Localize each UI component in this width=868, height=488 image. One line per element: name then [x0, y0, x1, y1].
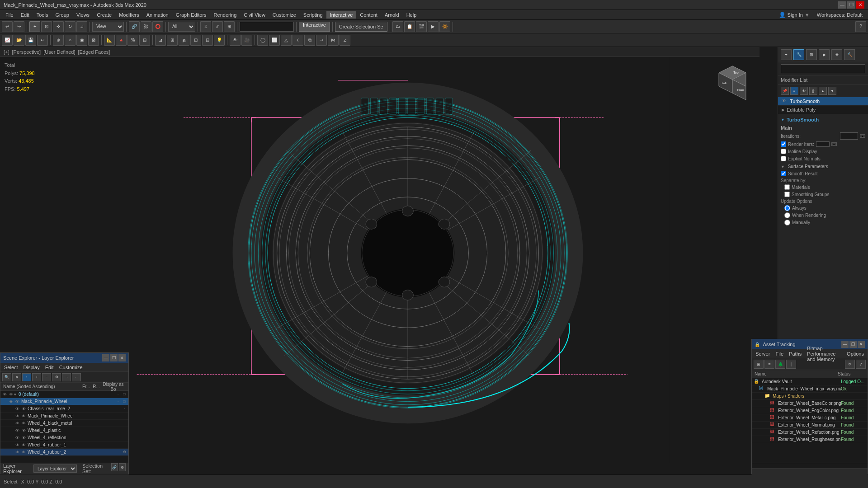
ts-surface-params-section[interactable]: Surface Parameters [781, 164, 865, 169]
mod-icon-move-up[interactable]: ▲ [819, 87, 827, 95]
at-menu-file[interactable]: File [774, 351, 785, 357]
ts-smooth-result-check[interactable] [781, 171, 786, 176]
menu-graph-editors[interactable]: Graph Editors [172, 11, 210, 19]
at-refresh-btn[interactable]: ↻ [845, 360, 855, 369]
se-menu-select[interactable]: Select [2, 364, 20, 371]
menu-scripting[interactable]: Scripting [300, 11, 326, 19]
ref-coord-dropdown[interactable]: View World Local [92, 22, 124, 32]
se-row-rubber2[interactable]: 👁 👁 Wheel_4_rubber_2 ⚙ [0, 449, 128, 456]
se-eye2-mack-child[interactable]: 👁 [20, 413, 27, 419]
ts-iterations-up[interactable]: ▲ [860, 134, 865, 138]
shape-button2[interactable]: ⬜ [269, 35, 280, 46]
save-file-button[interactable]: 💾 [25, 35, 36, 46]
at-row-refaction[interactable]: 🖼 Exterior_Wheel_Refaction.png Found [752, 429, 868, 436]
menu-edit[interactable]: Edit [17, 11, 33, 19]
ts-when-rendering-radio[interactable] [784, 212, 790, 218]
select-object-button[interactable]: ✦ [29, 21, 40, 32]
at-row-maps-folder[interactable]: 📁 Maps / Shaders [752, 393, 868, 400]
menu-help[interactable]: Help [403, 11, 420, 19]
at-row-roughness[interactable]: 🖼 Exterior_Wheel_Roughness.png Found [752, 436, 868, 443]
at-row-vault[interactable]: 🔒 Autodesk Vault Logged O... [752, 378, 868, 385]
menu-content[interactable]: Content [356, 11, 381, 19]
se-eye2-bm[interactable]: 👁 [20, 420, 27, 427]
iso-user-button[interactable]: 👁 [230, 35, 241, 46]
se-restore-button[interactable]: ❐ [110, 354, 118, 361]
se-eye-mack-child[interactable]: 👁 [14, 413, 20, 419]
se-row-chassis[interactable]: 👁 👁 Chassis_rear_axle_2 · [0, 405, 128, 413]
named-selection-input[interactable] [240, 22, 294, 32]
modifier-editable-poly[interactable]: ▶ Editable Poly [778, 106, 868, 114]
ts-explicit-normals-check[interactable] [781, 156, 786, 161]
shape-button7[interactable]: ⋈ [328, 35, 339, 46]
at-scrollbar[interactable] [752, 463, 868, 468]
align-button[interactable]: ⫽ [212, 21, 223, 32]
se-settings-btn[interactable]: ⚙ [119, 463, 126, 471]
ts-manually-radio[interactable] [784, 220, 790, 225]
ts-always-radio[interactable] [784, 205, 790, 211]
se-row-blackmetal[interactable]: 👁 👁 Wheel_4_black_metal [0, 420, 128, 427]
ts-render-iters-check[interactable] [781, 141, 786, 147]
bind-button[interactable]: ⭕ [152, 21, 163, 32]
menu-animation[interactable]: Animation [143, 11, 172, 19]
align2-button[interactable]: ⫺ [179, 35, 189, 46]
menu-group[interactable]: Group [52, 11, 73, 19]
vp-edgedfaces[interactable]: [Edged Faces] [78, 49, 110, 55]
se-row-rubber1[interactable]: 👁 👁 Wheel_4_rubber_1 [0, 441, 128, 449]
se-right-btn[interactable]: → [62, 373, 71, 381]
border-button[interactable]: ⊠ [88, 35, 99, 46]
normal-align-button[interactable]: ⊟ [202, 35, 213, 46]
se-menu-display[interactable]: Display [22, 364, 42, 371]
ts-render-iters-input[interactable]: 2 [816, 141, 830, 147]
filter-dropdown[interactable]: All [168, 22, 195, 32]
graph-editor-button[interactable]: 📈 [2, 35, 13, 46]
se-row-reflection[interactable]: 👁 👁 Wheel_4_reflection [0, 434, 128, 441]
paint-button[interactable]: ◉ [76, 35, 87, 46]
se-eye2-mack[interactable]: 👁 [14, 399, 20, 405]
minimize-button[interactable]: — [838, 1, 846, 9]
modifier-turbosmooth[interactable]: 👁 TurboSmooth [778, 97, 868, 106]
shape-button5[interactable]: ⧉ [304, 35, 315, 46]
at-menu-server[interactable]: Server [754, 351, 772, 357]
vp-userdefined[interactable]: [User Defined] [43, 49, 75, 55]
lasso-button[interactable]: ○ [65, 35, 75, 46]
se-eye-default[interactable]: 👁 [1, 391, 8, 398]
se-left-btn[interactable]: ← [72, 373, 81, 381]
spinner-snap-button[interactable]: ⊟ [139, 35, 150, 46]
se-filter-btn[interactable]: 🔍 [2, 373, 11, 381]
se-eye-bm[interactable]: 👁 [14, 420, 20, 427]
menu-views[interactable]: Views [73, 11, 93, 19]
select2-button[interactable]: ⊕ [53, 35, 64, 46]
hierarchy-panel-btn[interactable]: ⊞ [806, 49, 817, 60]
viewport-nav-cube[interactable]: Top Left Front [714, 64, 750, 100]
mod-icon-list[interactable]: ≡ [790, 87, 798, 95]
se-sort-btn[interactable]: ↕ [22, 373, 31, 381]
angsnap-button[interactable]: 🔺 [116, 35, 127, 46]
preview-button[interactable]: 🎥 [241, 35, 252, 46]
se-eye-refl[interactable]: 👁 [14, 435, 20, 441]
vp-perspective[interactable]: [Perspective] [12, 49, 41, 55]
ts-render-iters-up[interactable]: ▲ [831, 142, 837, 146]
display-panel-btn[interactable]: 👁 [831, 49, 842, 60]
at-grid-btn[interactable]: ⊞ [754, 360, 764, 369]
mirror-button[interactable]: ⧖ [200, 21, 211, 32]
vp-plus[interactable]: [+] [4, 49, 9, 55]
se-row-plastic[interactable]: 👁 👁 Wheel_4_plastic [0, 427, 128, 434]
link-button[interactable]: 🔗 [129, 21, 140, 32]
undo-button[interactable]: ↩ [2, 21, 13, 32]
snap3d-button[interactable]: 📐 [104, 35, 115, 46]
menu-customize[interactable]: Customize [269, 11, 300, 19]
se-menu-edit[interactable]: Edit [43, 364, 56, 371]
activeshade-button[interactable]: 🔆 [439, 21, 450, 32]
shape-button8[interactable]: ⊿ [340, 35, 350, 46]
at-help-btn[interactable]: ? [856, 360, 866, 369]
shape-button3[interactable]: △ [281, 35, 292, 46]
mod-eye-icon[interactable]: 👁 [782, 99, 787, 104]
render-button[interactable]: ▶ [428, 21, 439, 32]
se-eye-plastic[interactable]: 👁 [14, 427, 20, 434]
redo-button[interactable]: ↪ [14, 21, 24, 32]
se-clear-btn[interactable]: ✕ [12, 373, 21, 381]
motion-panel-btn[interactable]: ▶ [819, 49, 830, 60]
undo2-button[interactable]: ↩ [37, 35, 48, 46]
pctsnap-button[interactable]: % [127, 35, 138, 46]
se-menu-customize[interactable]: Customize [57, 364, 85, 371]
